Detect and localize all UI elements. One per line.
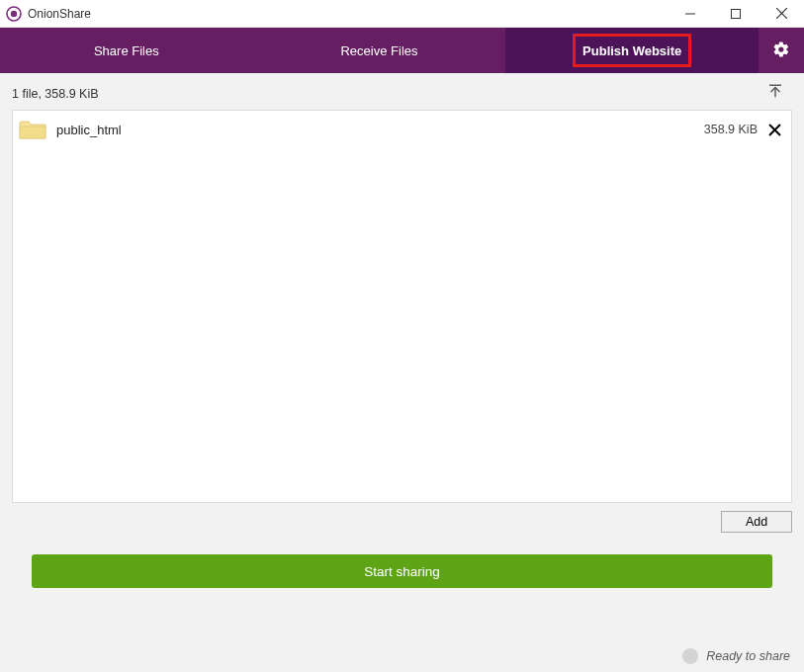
status-bar: Ready to share	[0, 648, 804, 672]
file-size: 358.9 KiB	[704, 123, 758, 136]
summary-row: 1 file, 358.9 KiB	[0, 73, 804, 110]
app-icon	[6, 6, 22, 22]
maximize-button[interactable]	[713, 0, 759, 27]
remove-file-button[interactable]	[765, 121, 783, 138]
tab-share-files[interactable]: Share Files	[0, 28, 253, 73]
window-title: OnionShare	[28, 7, 91, 21]
upload-icon[interactable]	[766, 83, 784, 104]
file-list-panel: public_html 358.9 KiB	[12, 110, 792, 503]
add-button[interactable]: Add	[721, 511, 792, 533]
tab-highlight-box: Publish Website	[573, 34, 691, 67]
file-row[interactable]: public_html 358.9 KiB	[13, 111, 791, 148]
folder-icon	[19, 119, 46, 140]
status-text: Ready to share	[706, 649, 790, 663]
titlebar: OnionShare	[0, 0, 804, 28]
tab-receive-files[interactable]: Receive Files	[253, 28, 506, 73]
tab-label: Publish Website	[582, 43, 681, 58]
start-sharing-button[interactable]: Start sharing	[32, 554, 772, 588]
status-indicator-icon	[682, 648, 698, 664]
svg-point-1	[11, 10, 17, 16]
settings-button[interactable]	[759, 28, 804, 73]
tab-bar: Share Files Receive Files Publish Websit…	[0, 28, 804, 73]
tab-label: Share Files	[94, 43, 159, 58]
tab-label: Receive Files	[340, 43, 417, 58]
svg-rect-3	[732, 9, 741, 18]
content-area: 1 file, 358.9 KiB public_html 358.9 KiB	[0, 73, 804, 672]
minimize-button[interactable]	[668, 0, 713, 27]
start-row: Start sharing	[0, 533, 804, 588]
file-count-summary: 1 file, 358.9 KiB	[12, 87, 99, 101]
close-button[interactable]	[759, 0, 804, 27]
gear-icon	[772, 41, 790, 61]
window-controls	[668, 0, 804, 27]
tab-publish-website[interactable]: Publish Website	[505, 28, 759, 73]
file-name: public_html	[56, 123, 122, 137]
add-row: Add	[0, 503, 804, 533]
